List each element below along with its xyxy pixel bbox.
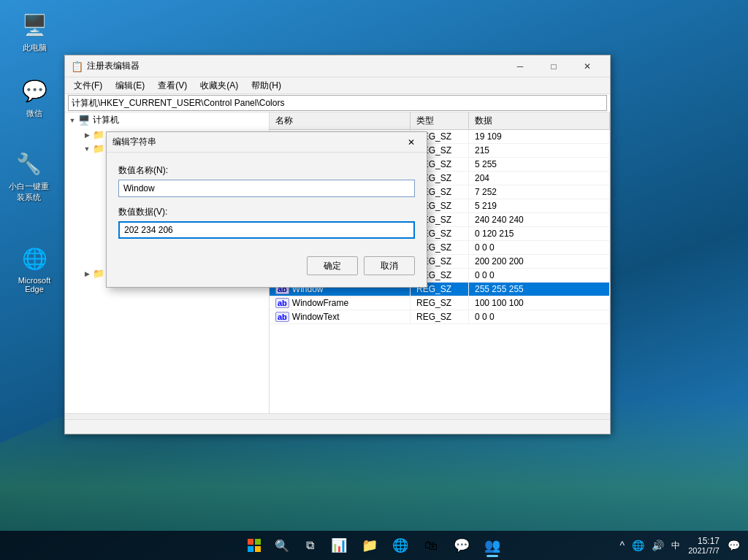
hklm-folder-icon: 📁 [93, 129, 104, 140]
type-cell: REG_SZ [411, 310, 469, 323]
desktop-icon-wechat[interactable]: 💬 微信 [9, 73, 60, 122]
name-input[interactable] [118, 180, 415, 197]
tray-ime[interactable]: 中 [669, 538, 682, 553]
menu-help[interactable]: 帮助(H) [245, 78, 287, 93]
values-header: 名称 类型 数据 [270, 112, 610, 130]
col-type-header[interactable]: 类型 [411, 112, 469, 129]
type-cell: REG_SZ [411, 296, 469, 310]
start-button[interactable] [241, 532, 267, 559]
menu-favorites[interactable]: 收藏夹(A) [194, 78, 244, 93]
svg-rect-0 [248, 539, 253, 545]
edge-icon-label: Microsoft Edge [12, 276, 57, 294]
svg-rect-3 [255, 546, 261, 552]
edge-icon: 🌐 [20, 244, 49, 273]
data-cell: 0 120 215 [469, 227, 610, 240]
tray-caret[interactable]: ^ [618, 538, 627, 553]
menu-bar: 文件(F) 编辑(E) 查看(V) 收藏夹(A) 帮助(H) [65, 77, 610, 93]
svg-rect-1 [255, 539, 261, 545]
col-name-header[interactable]: 名称 [270, 112, 411, 129]
data-cell: 255 255 255 [469, 283, 610, 296]
cp-folder-icon: 📁 [93, 143, 104, 154]
clock-time: 15:17 [698, 536, 720, 546]
taskbar-center: 🔍 ⧉ 📊 📁 🌐 🛍 💬 👥 [241, 532, 507, 559]
clock-area[interactable]: 15:17 2021/7/7 [688, 536, 720, 555]
computer-icon-label: 此电脑 [23, 42, 47, 53]
value-name: WindowText [292, 312, 340, 322]
dialog-buttons: 确定 取消 [107, 250, 427, 287]
data-input[interactable] [118, 221, 415, 239]
col-data-header[interactable]: 数据 [469, 112, 610, 129]
taskbar: 🔍 ⧉ 📊 📁 🌐 🛍 💬 👥 ^ 🌐 🔊 中 15:17 2021/7/7 💬 [0, 531, 748, 560]
dialog-body: 数值名称(N): 数值数据(V): [107, 153, 427, 250]
maximize-button[interactable]: □ [537, 55, 570, 77]
data-cell: 5 255 [469, 158, 610, 171]
address-path[interactable]: 计算机\HKEY_CURRENT_USER\Control Panel\Colo… [68, 95, 607, 111]
data-cell: 0 0 0 [469, 310, 610, 323]
name-cell: ab WindowFrame [270, 296, 411, 310]
desktop-icon-computer[interactable]: 🖥️ 此电脑 [9, 7, 60, 56]
computer-label: 计算机 [93, 114, 119, 126]
tree-computer[interactable]: ▼ 🖥️ 计算机 [65, 112, 269, 128]
cancel-button[interactable]: 取消 [364, 256, 415, 275]
taskbar-right: ^ 🌐 🔊 中 15:17 2021/7/7 💬 [618, 536, 742, 555]
menu-view[interactable]: 查看(V) [152, 78, 193, 93]
title-bar: 📋 注册表编辑器 ─ □ ✕ [65, 55, 610, 77]
status-bar [65, 419, 610, 434]
window-title: 注册表编辑器 [87, 60, 503, 72]
data-cell: 7 252 [469, 185, 610, 199]
dialog-title: 编辑字符串 [112, 136, 156, 148]
desktop-icon-installer[interactable]: 🔧 小白一键重装系统 [3, 146, 54, 206]
wechat-icon-label: 微信 [26, 108, 42, 119]
menu-edit[interactable]: 编辑(E) [110, 78, 150, 93]
taskbar-store[interactable]: 🛍 [416, 532, 446, 559]
name-field-label: 数值名称(N): [118, 164, 415, 177]
value-name: WindowFrame [292, 298, 348, 308]
taskbar-widgets[interactable]: 📊 [324, 532, 354, 559]
desktop: 🖥️ 此电脑 💬 微信 🔧 小白一键重装系统 🌐 Microsoft Edge … [0, 0, 748, 560]
search-button[interactable]: 🔍 [269, 532, 295, 559]
window-controls: ─ □ ✕ [503, 55, 604, 77]
data-cell: 200 200 200 [469, 255, 610, 268]
data-cell: 215 [469, 144, 610, 157]
desktop-icon-edge[interactable]: 🌐 Microsoft Edge [9, 241, 60, 296]
address-bar: 计算机\HKEY_CURRENT_USER\Control Panel\Colo… [65, 93, 610, 112]
dialog-close-button[interactable]: ✕ [402, 133, 421, 152]
data-cell: 0 0 0 [469, 269, 610, 282]
minimize-button[interactable]: ─ [503, 55, 537, 77]
data-cell: 5 219 [469, 199, 610, 212]
wechat-icon: 💬 [20, 76, 49, 105]
installer-icon: 🔧 [14, 149, 43, 178]
dialog-title-bar: 编辑字符串 ✕ [107, 132, 427, 153]
expand-hklm-icon: ▶ [83, 131, 91, 139]
edit-dialog: 编辑字符串 ✕ 数值名称(N): 数值数据(V): 确定 取消 [106, 131, 427, 288]
tray-network-icon[interactable]: 🌐 [630, 538, 646, 553]
svg-rect-2 [248, 546, 253, 552]
installer-icon-label: 小白一键重装系统 [6, 181, 51, 203]
taskbar-wechat[interactable]: 💬 [447, 532, 476, 559]
expand-cp-icon: ▼ [83, 145, 91, 153]
tray-icons: ^ 🌐 🔊 中 [618, 538, 683, 553]
expand-env-icon: ▶ [83, 269, 91, 278]
tray-volume-icon[interactable]: 🔊 [649, 538, 666, 553]
taskbar-edge[interactable]: 🌐 [386, 532, 415, 559]
horizontal-scrollbar[interactable] [65, 413, 610, 419]
taskbar-teams[interactable]: 👥 [478, 532, 507, 559]
ab-icon: ab [275, 312, 289, 322]
data-field-label: 数值数据(V): [118, 206, 415, 218]
table-row-windowframe[interactable]: ab WindowFrame REG_SZ 100 100 100 [270, 296, 610, 310]
data-cell: 0 0 0 [469, 241, 610, 254]
clock-date: 2021/7/7 [688, 546, 720, 555]
computer-icon: 🖥️ [20, 10, 49, 39]
close-button[interactable]: ✕ [570, 55, 604, 77]
menu-file[interactable]: 文件(F) [68, 78, 108, 93]
taskbar-explorer[interactable]: 📁 [355, 532, 384, 559]
computer-folder-icon: 🖥️ [78, 115, 90, 126]
table-row-windowtext[interactable]: ab WindowText REG_SZ 0 0 0 [270, 310, 610, 324]
ok-button[interactable]: 确定 [307, 256, 358, 275]
data-cell: 240 240 240 [469, 213, 610, 226]
regedit-app-icon: 📋 [71, 61, 83, 72]
task-view-button[interactable]: ⧉ [297, 532, 323, 559]
env-folder-icon: 📁 [93, 268, 104, 279]
notification-icon[interactable]: 💬 [725, 538, 742, 553]
data-cell: 204 [469, 172, 610, 185]
